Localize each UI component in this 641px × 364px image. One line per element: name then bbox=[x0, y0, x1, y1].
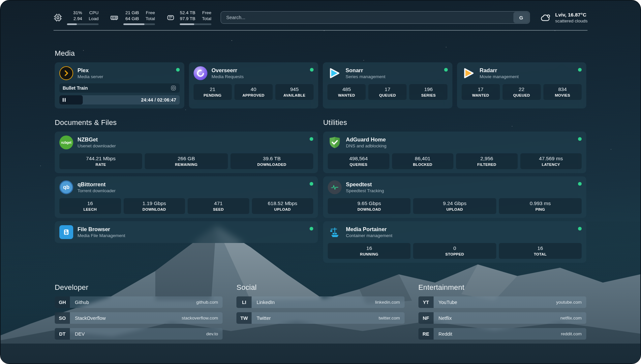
bookmark-group-developer: Developer GH Github github.com SO StackO… bbox=[55, 283, 223, 340]
service-card-overseerr[interactable]: Overseerr Media Requests 21PENDING 40APP… bbox=[189, 62, 319, 108]
section-title-social: Social bbox=[236, 283, 404, 292]
disk-progress-bar bbox=[180, 23, 211, 25]
bookmark-abbr: TW bbox=[236, 312, 252, 324]
speedtest-icon bbox=[328, 180, 342, 194]
bookmark-url: twitter.com bbox=[379, 316, 400, 320]
bookmark-dev[interactable]: DT DEV dev.to bbox=[55, 328, 223, 340]
section-title-media: Media bbox=[55, 49, 586, 58]
service-card-adguard[interactable]: AdGuard Home DNS and adblocking 498,564Q… bbox=[323, 132, 586, 173]
utilities-section: Utilities AdGuard Home DNS and adblockin… bbox=[323, 118, 586, 263]
bookmark-abbr: SO bbox=[55, 312, 70, 324]
service-card-qbittorrent[interactable]: qb qBittorrent Torrent downloader 16LEEC… bbox=[55, 176, 318, 218]
bookmark-linkedin[interactable]: LI LinkedIn linkedin.com bbox=[236, 296, 404, 308]
bookmark-url: stackoverflow.com bbox=[182, 316, 218, 320]
bookmark-name: DEV bbox=[75, 331, 85, 337]
memory-free-label: Free bbox=[145, 10, 155, 16]
bookmark-url: github.com bbox=[196, 300, 218, 305]
cpu-progress-bar bbox=[67, 23, 99, 25]
status-dot bbox=[444, 68, 448, 72]
stat-upload: 9.24 GbpsUPLOAD bbox=[413, 198, 496, 214]
bookmark-name: YouTube bbox=[439, 300, 457, 305]
search-bar: G bbox=[221, 11, 530, 24]
stat-queries: 498,564QUERIES bbox=[328, 153, 389, 169]
playback-time: 24:44 / 02:06:47 bbox=[141, 97, 176, 103]
disk-total-value: 97.9 TB bbox=[180, 16, 195, 22]
adguard-icon bbox=[328, 136, 342, 149]
cpu-widget: 31% 2.94 CPU Load bbox=[53, 10, 99, 25]
stat-total: 16TOTAL bbox=[499, 243, 582, 259]
service-card-nzbget[interactable]: nzbget NZBGet Usenet downloader 744.21 M… bbox=[55, 132, 318, 173]
cloud-icon bbox=[540, 12, 551, 23]
bookmark-github[interactable]: GH Github github.com bbox=[55, 296, 223, 308]
bookmark-abbr: GH bbox=[55, 296, 70, 308]
pause-icon[interactable] bbox=[63, 98, 66, 102]
plex-icon bbox=[59, 66, 73, 80]
top-bar: 31% 2.94 CPU Load bbox=[1, 1, 640, 25]
stat-rate: 744.21 MbpsRATE bbox=[59, 153, 142, 169]
stat-seed: 471SEED bbox=[188, 198, 249, 214]
bookmark-netflix[interactable]: NF Netflix netflix.com bbox=[418, 312, 586, 324]
bookmark-twitter[interactable]: TW Twitter twitter.com bbox=[236, 312, 404, 324]
service-card-radarr[interactable]: Radarr Movie management 17WANTED 22QUEUE… bbox=[457, 62, 587, 108]
section-title-developer: Developer bbox=[55, 283, 223, 292]
bookmark-abbr: DT bbox=[55, 328, 70, 340]
service-desc: Torrent downloader bbox=[77, 188, 116, 193]
service-name: Speedtest bbox=[346, 181, 384, 188]
qbittorrent-icon: qb bbox=[59, 180, 73, 194]
portainer-icon bbox=[328, 225, 342, 239]
bookmark-stackoverflow[interactable]: SO StackOverflow stackoverflow.com bbox=[55, 312, 223, 324]
cpu-usage-value: 31% bbox=[73, 10, 82, 16]
bookmark-name: Netflix bbox=[439, 316, 452, 321]
status-dot bbox=[310, 182, 313, 186]
service-name: Radarr bbox=[480, 67, 519, 74]
bookmark-name: LinkedIn bbox=[257, 300, 275, 305]
service-desc: DNS and adblocking bbox=[346, 143, 386, 148]
section-title-entertainment: Entertainment bbox=[418, 283, 586, 292]
bookmark-group-social: Social LI LinkedIn linkedin.com TW Twitt… bbox=[236, 283, 404, 340]
service-card-portainer[interactable]: Media Portainer Container management 16R… bbox=[323, 221, 586, 263]
bookmark-name: Github bbox=[75, 300, 89, 305]
service-card-plex[interactable]: Plex Media server Bullet Train bbox=[55, 62, 184, 108]
stat-blocked: 86,401BLOCKED bbox=[392, 153, 454, 169]
stat-remaining: 266 GBREMAINING bbox=[145, 153, 228, 169]
now-playing-title: Bullet Train bbox=[63, 85, 88, 91]
radarr-icon bbox=[462, 66, 475, 80]
cpu-load-value: 2.94 bbox=[73, 16, 82, 22]
memory-widget: 21 GiB 64 GiB Free Total bbox=[110, 10, 155, 25]
search-provider-button[interactable]: G bbox=[513, 12, 529, 23]
header-divider bbox=[53, 30, 588, 31]
service-card-sonarr[interactable]: Sonarr Series management 485WANTED 17QUE… bbox=[323, 62, 452, 108]
bookmark-url: youtube.com bbox=[556, 300, 582, 305]
status-dot bbox=[310, 227, 313, 230]
section-title-documents: Documents & Files bbox=[55, 118, 318, 127]
weather-widget[interactable]: Lviv, 16.87°C scattered clouds bbox=[540, 12, 588, 23]
stat-leech: 16LEECH bbox=[59, 198, 121, 214]
dashboard-root: 31% 2.94 CPU Load bbox=[0, 0, 641, 364]
bookmark-url: netflix.com bbox=[560, 316, 582, 320]
weather-condition: scattered clouds bbox=[555, 18, 588, 23]
section-title-utilities: Utilities bbox=[323, 118, 586, 127]
status-dot bbox=[578, 227, 582, 230]
bookmark-reddit[interactable]: RE Reddit reddit.com bbox=[418, 328, 586, 340]
stat-downloaded: 39.6 TBDOWNLOADED bbox=[230, 153, 313, 169]
service-desc: Media File Management bbox=[77, 233, 125, 238]
status-dot bbox=[578, 68, 582, 72]
service-name: Plex bbox=[77, 67, 103, 74]
bookmark-youtube[interactable]: YT YouTube youtube.com bbox=[418, 296, 586, 308]
bookmark-name: StackOverflow bbox=[75, 316, 106, 321]
service-desc: Media Requests bbox=[212, 74, 244, 79]
service-desc: Usenet downloader bbox=[77, 143, 116, 148]
status-dot bbox=[578, 137, 582, 141]
service-card-filebrowser[interactable]: File Browser Media File Management bbox=[55, 221, 318, 243]
resource-widgets: 31% 2.94 CPU Load bbox=[53, 10, 211, 25]
stat-latency: 47.569 msLATENCY bbox=[520, 153, 582, 169]
service-card-speedtest[interactable]: Speedtest Speedtest Tracking 9.65 GbpsDO… bbox=[323, 176, 586, 218]
disk-free-label: Free bbox=[202, 10, 211, 16]
stat-queued: 22QUEUED bbox=[503, 84, 541, 100]
service-desc: Container management bbox=[346, 233, 392, 238]
stat-stopped: 0STOPPED bbox=[413, 243, 496, 259]
bookmark-group-entertainment: Entertainment YT YouTube youtube.com NF … bbox=[418, 283, 586, 340]
stat-approved: 40APPROVED bbox=[234, 84, 273, 100]
search-input[interactable] bbox=[221, 11, 530, 24]
stat-movies: 834MOVIES bbox=[543, 84, 582, 100]
